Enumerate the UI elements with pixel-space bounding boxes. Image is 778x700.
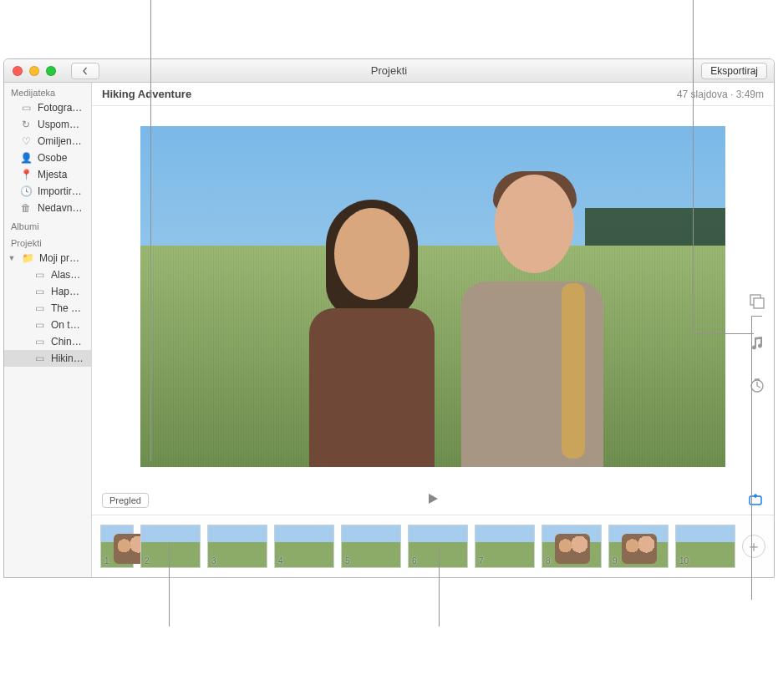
sidebar-item-trash[interactable]: 🗑 Nedavno obrisano [4,200,91,216]
window-title: Projekti [371,64,407,77]
sidebar-item-people[interactable]: 👤 Osobe [4,150,91,166]
loop-button[interactable] [747,492,764,509]
sidebar-section-projects: Projekti [4,233,91,250]
sidebar-section-albums: Albumi [4,216,91,233]
preview-button[interactable]: Pregled [102,493,149,508]
minimize-window-button[interactable] [29,66,39,76]
add-slides-button[interactable]: ＋ [742,535,765,558]
close-window-button[interactable] [13,66,23,76]
chevron-down-icon[interactable]: ▼ [8,254,16,262]
book-icon: ▭ [33,269,46,281]
sidebar-item-places[interactable]: 📍 Mjesta [4,166,91,183]
import-icon: 🕓 [19,185,33,197]
folder-icon: 📁 [21,252,34,264]
titlebar: Projekti Eksportiraj [4,59,774,83]
sidebar-project-item[interactable]: ▭ Happy Birthday… [4,283,91,300]
book-icon: ▭ [33,319,46,331]
filmstrip-thumb[interactable]: 8 [542,525,602,568]
controls-row: Pregled [92,486,774,515]
app-window: Projekti Eksportiraj Medijateka ▭ Fotogr… [3,58,775,578]
slide-image[interactable] [140,126,725,467]
slideshow-icon: ▭ [33,302,46,314]
filmstrip: 1 2 3 4 5 6 7 8 9 10 ＋ [92,515,774,577]
heart-icon: ♡ [19,135,33,147]
sidebar-project-item[interactable]: ▭ Chinese New Year [4,333,91,350]
filmstrip-thumb[interactable]: 9 [608,525,669,568]
project-title: Hiking Adventure [102,88,191,100]
filmstrip-thumb[interactable]: 6 [408,525,468,568]
theme-picker-button[interactable] [749,293,765,310]
filmstrip-thumb[interactable]: 2 [140,525,201,568]
sidebar: Medijateka ▭ Fotografije ↻ Uspomene ♡ Om… [4,83,92,577]
sidebar-item-favorites[interactable]: ♡ Omiljene stavke [4,133,91,150]
zoom-window-button[interactable] [46,66,56,76]
trash-icon: 🗑 [19,202,33,214]
photos-icon: ▭ [19,102,33,114]
slideshow-icon: ▭ [33,353,46,364]
filmstrip-thumb[interactable]: 3 [207,525,267,568]
filmstrip-thumb[interactable]: 1 [100,525,134,568]
pin-icon: 📍 [19,169,33,180]
main-area: Hiking Adventure 47 slajdova · 3:49m [92,83,774,577]
book-icon: ▭ [33,286,46,297]
filmstrip-thumb[interactable]: 10 [675,525,735,568]
sidebar-section-library: Medijateka [4,83,91,99]
project-header: Hiking Adventure 47 slajdova · 3:49m [92,83,774,106]
sidebar-item-imports[interactable]: 🕓 Importirane stavke [4,183,91,200]
sidebar-project-item[interactable]: ▭ On top of the W… [4,317,91,333]
sidebar-item-memories[interactable]: ↻ Uspomene [4,116,91,133]
filmstrip-thumb[interactable]: 7 [475,525,535,568]
back-button[interactable] [71,63,99,79]
filmstrip-thumb[interactable]: 4 [274,525,334,568]
slideshow-icon: ▭ [33,336,46,347]
project-meta: 47 slajdova · 3:49m [677,89,764,100]
filmstrip-thumb[interactable]: 5 [341,525,401,568]
sidebar-item-photos[interactable]: ▭ Fotografije [4,99,91,116]
sidebar-project-item[interactable]: ▭ The Pup [4,300,91,317]
sidebar-project-item-selected[interactable]: ▭ Hiking Adventure [4,350,91,367]
export-button[interactable]: Eksportiraj [701,63,767,79]
slide-preview-area [92,106,774,486]
person-icon: 👤 [19,152,33,164]
play-button[interactable] [426,492,440,510]
clock-icon: ↻ [19,119,33,130]
sidebar-item-my-projects[interactable]: ▼ 📁 Moji projekti [4,250,91,266]
sidebar-project-item[interactable]: ▭ Alaska Book Proj… [4,266,91,283]
traffic-lights [13,66,56,76]
svg-rect-1 [754,298,764,308]
